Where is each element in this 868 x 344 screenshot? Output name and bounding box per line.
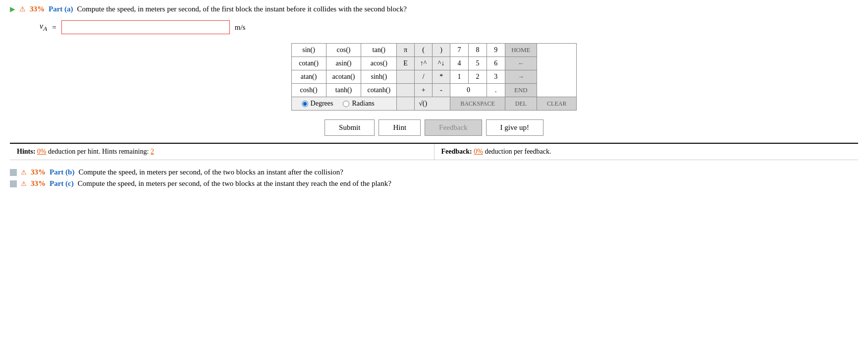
calculator-container: sin() cos() tan() π ( ) 7 8 9 HOME cotan…	[10, 43, 858, 111]
warning-icon-b: ⚠	[21, 169, 27, 176]
part-c-question: Compute the speed, in meters per second,…	[78, 179, 391, 188]
part-c-row: ⚠ 33% Part (c) Compute the speed, in met…	[10, 179, 858, 188]
calc-row-5: Degrees Radians √() BACKSPACE DEL CLEAR	[291, 97, 577, 111]
btn-0[interactable]: 0	[450, 84, 487, 97]
input-row: vA = m/s	[40, 20, 858, 34]
part-a-percent: 33%	[30, 5, 45, 13]
submit-button[interactable]: Submit	[325, 119, 375, 136]
var-subscript: A	[43, 25, 47, 32]
parts-bc: ⚠ 33% Part (b) Compute the speed, in met…	[10, 166, 858, 193]
calc-wrapper: sin() cos() tan() π ( ) 7 8 9 HOME cotan…	[291, 43, 577, 111]
btn-9[interactable]: 9	[487, 44, 505, 57]
btn-atan[interactable]: atan()	[291, 70, 326, 84]
btn-pi[interactable]: π	[397, 44, 415, 57]
btn-cosh[interactable]: cosh()	[291, 84, 326, 97]
btn-2[interactable]: 2	[468, 70, 487, 84]
hints-bar: Hints: 0% deduction per hint. Hints rema…	[10, 143, 858, 160]
hints-text: deduction per hint. Hints remaining:	[48, 148, 149, 155]
btn-7[interactable]: 7	[450, 44, 469, 57]
main-container: ▶ ⚠ 33% Part (a) Compute the speed, in m…	[0, 0, 868, 344]
part-b-label: Part (b)	[50, 168, 74, 176]
part-b-row: ⚠ 33% Part (b) Compute the speed, in met…	[10, 168, 858, 176]
answer-input[interactable]	[61, 20, 230, 34]
degrees-label[interactable]: Degrees	[302, 100, 333, 108]
btn-arrow-right[interactable]: →	[505, 70, 537, 84]
btn-backspace[interactable]: BACKSPACE	[450, 97, 505, 111]
btn-dot[interactable]: .	[487, 84, 505, 97]
part-b-percent: 33%	[31, 168, 46, 176]
btn-acos[interactable]: acos()	[361, 57, 397, 70]
btn-blank5	[397, 97, 415, 111]
btn-3[interactable]: 3	[487, 70, 505, 84]
btn-acotan[interactable]: acotan()	[326, 70, 361, 84]
btn-arrow-left[interactable]: ←	[505, 57, 537, 70]
btn-up-arrow[interactable]: ↑^	[415, 57, 433, 70]
degrees-radio[interactable]	[302, 101, 308, 107]
btn-sin[interactable]: sin()	[291, 44, 326, 57]
hint-button[interactable]: Hint	[379, 119, 421, 136]
btn-1[interactable]: 1	[450, 70, 469, 84]
equals-sign: =	[52, 23, 56, 32]
btn-divide[interactable]: /	[415, 70, 433, 84]
action-buttons: Submit Hint Feedback I give up!	[10, 119, 858, 136]
calc-row-2: cotan() asin() acos() E ↑^ ^↓ 4 5 6 ←	[291, 57, 577, 70]
part-c-percent: 33%	[31, 179, 46, 188]
btn-down-arrow[interactable]: ^↓	[433, 57, 450, 70]
calc-row-3: atan() acotan() sinh() / * 1 2 3 →	[291, 70, 577, 84]
part-b-question: Compute the speed, in meters per second,…	[78, 168, 343, 176]
hints-percent: 0%	[37, 148, 47, 155]
btn-multiply[interactable]: *	[433, 70, 450, 84]
btn-sqrt[interactable]: √()	[415, 97, 450, 111]
square-icon-c	[10, 180, 17, 187]
btn-lparen[interactable]: (	[415, 44, 433, 57]
calc-table: sin() cos() tan() π ( ) 7 8 9 HOME cotan…	[291, 43, 577, 111]
degrees-radians-cell: Degrees Radians	[291, 97, 397, 111]
btn-asin[interactable]: asin()	[326, 57, 361, 70]
calc-row-4: cosh() tanh() cotanh() + - 0 . END	[291, 84, 577, 97]
hints-label: Hints:	[17, 148, 35, 155]
btn-6[interactable]: 6	[487, 57, 505, 70]
calc-row-1: sin() cos() tan() π ( ) 7 8 9 HOME	[291, 44, 577, 57]
warning-icon-a: ⚠	[19, 5, 26, 13]
feedback-percent: 0%	[474, 148, 483, 155]
btn-home[interactable]: HOME	[505, 44, 537, 57]
btn-8[interactable]: 8	[468, 44, 487, 57]
part-c-label: Part (c)	[50, 179, 74, 188]
btn-rparen[interactable]: )	[433, 44, 450, 57]
part-a-header: ▶ ⚠ 33% Part (a) Compute the speed, in m…	[10, 5, 858, 13]
radians-label[interactable]: Radians	[343, 100, 374, 108]
warning-icon-c: ⚠	[21, 180, 27, 188]
feedback-section: Feedback: 0% deduction per feedback.	[434, 144, 859, 160]
feedback-button[interactable]: Feedback	[425, 119, 482, 136]
btn-cos[interactable]: cos()	[326, 44, 361, 57]
btn-e[interactable]: E	[397, 57, 415, 70]
btn-cotanh[interactable]: cotanh()	[361, 84, 397, 97]
unit-label: m/s	[235, 23, 246, 32]
btn-sinh[interactable]: sinh()	[361, 70, 397, 84]
btn-minus[interactable]: -	[433, 84, 450, 97]
square-icon-b	[10, 169, 17, 176]
var-label: vA	[40, 22, 47, 33]
part-a-question: Compute the speed, in meters per second,…	[77, 5, 407, 13]
radio-group: Degrees Radians	[302, 100, 387, 108]
feedback-label: Feedback:	[441, 148, 472, 155]
btn-tan[interactable]: tan()	[361, 44, 397, 57]
btn-5[interactable]: 5	[468, 57, 487, 70]
feedback-text: deduction per feedback.	[485, 148, 551, 155]
btn-end[interactable]: END	[505, 84, 537, 97]
btn-cotan[interactable]: cotan()	[291, 57, 326, 70]
btn-4[interactable]: 4	[450, 57, 469, 70]
radians-radio[interactable]	[343, 101, 349, 107]
hints-section: Hints: 0% deduction per hint. Hints rema…	[10, 144, 434, 160]
btn-blank3	[397, 70, 415, 84]
btn-plus[interactable]: +	[415, 84, 433, 97]
part-a-label: Part (a)	[49, 5, 73, 13]
btn-del[interactable]: DEL	[505, 97, 537, 111]
btn-tanh[interactable]: tanh()	[326, 84, 361, 97]
hints-remaining: 2	[151, 148, 154, 155]
give-up-button[interactable]: I give up!	[486, 119, 543, 136]
play-icon: ▶	[10, 5, 15, 13]
btn-blank4	[397, 84, 415, 97]
btn-clear[interactable]: CLEAR	[537, 97, 577, 111]
